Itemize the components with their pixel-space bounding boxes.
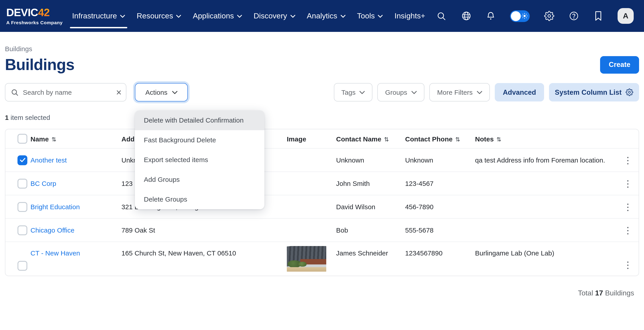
groups-filter-button[interactable]: Groups [377, 83, 424, 101]
sort-icon[interactable]: ⇅ [384, 136, 389, 142]
nav-utilities: A [436, 8, 634, 24]
select-all-checkbox[interactable] [18, 134, 27, 144]
filter-buttons: Tags Groups More Filters Advanced System… [334, 83, 639, 101]
column-header-image: Image [287, 135, 336, 142]
table-row: Bright Education 321 Learning Blvd, Coll… [6, 195, 638, 218]
more-filters-button[interactable]: More Filters [429, 83, 490, 101]
column-header-contact-phone[interactable]: Contact Phone⇅ [405, 135, 475, 142]
settings-gear-icon[interactable] [544, 11, 554, 21]
breadcrumb[interactable]: Buildings [5, 45, 639, 53]
actions-button-label: Actions [146, 88, 168, 96]
address-cell: 165 Church St, New Haven, CT 06510 [122, 242, 287, 257]
actions-button[interactable]: Actions [135, 83, 188, 101]
buildings-table: Name⇅ Address⇅ Image Contact Name⇅ Conta… [5, 129, 639, 276]
row-checkbox[interactable] [18, 202, 27, 212]
total-value: 17 [595, 289, 603, 297]
building-name-link[interactable]: Another test [30, 156, 67, 164]
chevron-down-icon [360, 90, 365, 94]
clear-search-icon[interactable]: × [116, 88, 122, 97]
system-column-list-button[interactable]: System Column List [549, 83, 639, 101]
selection-text: item selected [9, 114, 50, 121]
avatar[interactable]: A [618, 8, 634, 24]
row-checkbox[interactable] [18, 225, 27, 235]
help-icon[interactable] [568, 11, 579, 21]
nav-item-label: Tools [357, 12, 375, 21]
chevron-down-icon [120, 14, 125, 18]
menu-item-delete-groups[interactable]: Delete Groups [135, 190, 264, 209]
row-checkbox[interactable] [18, 179, 27, 188]
toggle-knob [511, 11, 521, 21]
column-header-name[interactable]: Name⇅ [30, 135, 122, 142]
brand-logo[interactable]: DEVIC42 A Freshworks Company [6, 7, 63, 25]
brand-tagline: A Freshworks Company [6, 20, 63, 25]
system-column-list-label: System Column List [555, 88, 622, 96]
notifications-bell-icon[interactable] [485, 11, 496, 21]
table-row: Another test Unknown Unknown Unknown qa … [6, 148, 638, 172]
contact-name-cell: James Schneider [336, 242, 405, 257]
row-menu-kebab-icon[interactable]: ⋮ [617, 260, 638, 269]
globe-icon[interactable] [461, 11, 472, 21]
image-cell [287, 246, 336, 272]
nav-item-resources[interactable]: Resources [137, 12, 181, 21]
building-name-link[interactable]: Bright Education [30, 203, 80, 211]
row-menu-kebab-icon[interactable]: ⋮ [617, 202, 638, 211]
actions-dropdown-menu: Delete with Detailed Confirmation Fast B… [135, 110, 264, 209]
search-input[interactable] [23, 88, 112, 96]
search-icon[interactable] [436, 11, 447, 21]
table-header-row: Name⇅ Address⇅ Image Contact Name⇅ Conta… [6, 129, 638, 148]
menu-item-add-groups[interactable]: Add Groups [135, 170, 264, 190]
selection-count: 1 [5, 114, 9, 121]
chevron-down-icon [176, 14, 181, 18]
sort-icon[interactable]: ⇅ [455, 136, 460, 142]
contact-phone-cell: 555-5678 [405, 226, 475, 234]
row-menu-kebab-icon[interactable]: ⋮ [617, 155, 638, 164]
menu-item-export-selected-items[interactable]: Export selected items [135, 150, 264, 170]
nav-item-label: Applications [193, 12, 234, 21]
building-name-link[interactable]: BC Corp [30, 180, 56, 187]
notes-cell: qa test Address info from Foreman locati… [475, 156, 617, 164]
contact-phone-cell: 456-7890 [405, 203, 475, 211]
contact-name-cell: David Wilson [336, 203, 405, 211]
contact-name-cell: Bob [336, 226, 405, 234]
create-button[interactable]: Create [600, 56, 639, 73]
column-header-notes[interactable]: Notes⇅ [475, 135, 617, 142]
app-root: DEVIC42 A Freshworks Company Infrastruct… [0, 0, 644, 330]
sort-icon[interactable]: ⇅ [496, 136, 501, 142]
menu-item-fast-background-delete[interactable]: Fast Background Delete [135, 130, 264, 150]
sort-icon[interactable]: ⇅ [52, 136, 56, 142]
brand-wordmark: DEVIC42 [6, 7, 63, 18]
notes-cell: Burlingame Lab (One Lab) [475, 242, 617, 257]
chevron-down-icon [340, 14, 345, 18]
nav-item-infrastructure[interactable]: Infrastructure [72, 12, 125, 21]
theme-toggle[interactable] [510, 10, 530, 22]
gear-icon [626, 88, 633, 96]
groups-filter-label: Groups [385, 88, 407, 96]
building-name-link[interactable]: Chicago Office [30, 226, 74, 234]
tags-filter-button[interactable]: Tags [334, 83, 372, 101]
search-box: × [5, 83, 126, 101]
bookmark-icon[interactable] [593, 11, 604, 21]
building-name-link[interactable]: CT - New Haven [30, 249, 80, 257]
menu-item-delete-with-detailed-confirmation[interactable]: Delete with Detailed Confirmation [135, 110, 264, 130]
advanced-button[interactable]: Advanced [495, 83, 544, 101]
row-menu-kebab-icon[interactable]: ⋮ [617, 226, 638, 235]
nav-item-tools[interactable]: Tools [357, 12, 383, 21]
main-menu: Infrastructure Resources Applications Di… [72, 12, 425, 21]
contact-phone-cell: 1234567890 [405, 242, 475, 257]
row-menu-kebab-icon[interactable]: ⋮ [617, 179, 638, 188]
chevron-down-icon [476, 90, 482, 94]
column-header-contact-name[interactable]: Contact Name⇅ [336, 135, 405, 142]
nav-item-insights-plus[interactable]: Insights+ [394, 12, 425, 21]
contact-phone-cell: 123-4567 [405, 180, 475, 187]
chevron-down-icon [411, 90, 416, 94]
nav-item-analytics[interactable]: Analytics [307, 12, 345, 21]
contact-name-cell: Unknown [336, 156, 405, 164]
building-photo[interactable] [287, 246, 326, 272]
page-content: Buildings Buildings Create × Actions Tag… [0, 45, 644, 297]
row-checkbox[interactable] [18, 261, 27, 270]
nav-item-discovery[interactable]: Discovery [254, 12, 295, 21]
row-checkbox[interactable] [18, 155, 27, 165]
nav-item-applications[interactable]: Applications [193, 12, 242, 21]
more-filters-label: More Filters [437, 88, 472, 96]
nav-item-label: Discovery [254, 12, 287, 21]
